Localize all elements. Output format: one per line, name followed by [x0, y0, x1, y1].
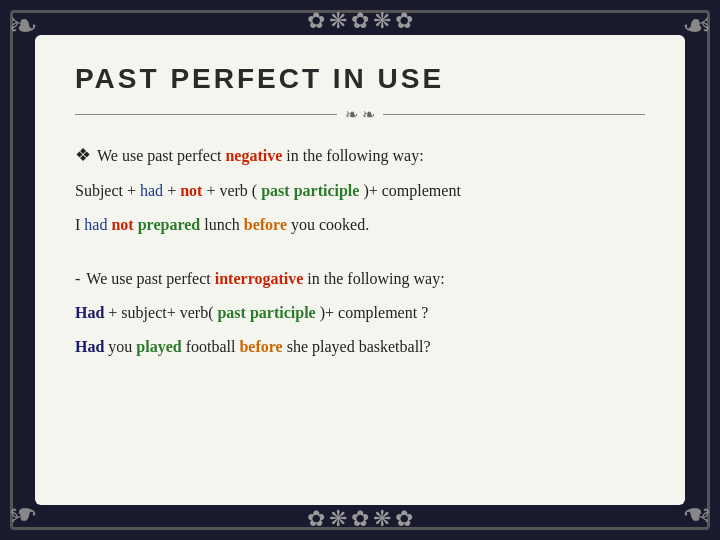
interrogative-intro-line: - We use past perfect interrogative in t… [75, 267, 645, 291]
corner-ornament-bl: ❧ [8, 496, 38, 532]
interrogative-example-line: Had you played football before she playe… [75, 335, 645, 359]
divider-line-right [383, 114, 645, 115]
neg-formula-plus1: + [167, 179, 176, 203]
content-area: ❖ We use past perfect negative in the fo… [75, 142, 645, 477]
ornament-bottom: ✿❋✿❋✿ [307, 506, 413, 532]
int-formula-participle: past participle [217, 301, 315, 325]
int-formula-had: Had [75, 301, 104, 325]
neg-ex-had: had [84, 213, 107, 237]
int-ex-rest: she played basketball? [287, 335, 431, 359]
int-formula-subject: + subject+ verb( [108, 301, 213, 325]
neg-formula-not: not [180, 179, 202, 203]
int-formula-comp: )+ complement ? [320, 301, 429, 325]
neg-ex-lunch: lunch [204, 213, 240, 237]
neg-ex-prepared: prepared [138, 213, 201, 237]
neg-formula-verb: + verb ( [206, 179, 257, 203]
int-keyword: interrogative [215, 267, 304, 291]
neg-text1: We use past perfect [97, 144, 221, 168]
int-ex-before: before [239, 335, 282, 359]
negative-intro-line: ❖ We use past perfect negative in the fo… [75, 142, 645, 169]
page-title: PAST PERFECT IN USE [75, 63, 645, 95]
corner-ornament-br: ❧ [682, 496, 712, 532]
neg-formula-participle: past participle [261, 179, 359, 203]
negative-formula-line: Subject + had + not + verb ( past partic… [75, 179, 645, 203]
divider-line-left [75, 114, 337, 115]
negative-example-line: I had not prepared lunch before you cook… [75, 213, 645, 237]
int-text2: in the following way: [307, 267, 444, 291]
int-ex-you: you [108, 335, 132, 359]
interrogative-formula-line: Had + subject+ verb( past participle )+ … [75, 301, 645, 325]
content-card: PAST PERFECT IN USE ❧ ❧ ❖ We use past pe… [35, 35, 685, 505]
neg-keyword: negative [225, 144, 282, 168]
ornament-top: ✿❋✿❋✿ [307, 8, 413, 34]
dash-interrogative: - [75, 267, 80, 291]
neg-ex-not: not [111, 213, 133, 237]
int-ex-played: played [136, 335, 181, 359]
title-divider: ❧ ❧ [75, 105, 645, 124]
corner-ornament-tr: ❧ [682, 8, 712, 44]
neg-formula-had: had [140, 179, 163, 203]
neg-formula-comp: )+ complement [363, 179, 460, 203]
neg-ex-rest: you cooked. [291, 213, 369, 237]
neg-formula-subject: Subject + [75, 179, 136, 203]
divider-ornament: ❧ ❧ [345, 105, 375, 124]
int-text1: We use past perfect [86, 267, 210, 291]
neg-text2: in the following way: [286, 144, 423, 168]
neg-ex-before: before [244, 213, 287, 237]
outer-border: ❧ ❧ ❧ ❧ ✿❋✿❋✿ ✿❋✿❋✿ PAST PERFECT IN USE … [10, 10, 710, 530]
corner-ornament-tl: ❧ [8, 8, 38, 44]
int-ex-had: Had [75, 335, 104, 359]
bullet-negative: ❖ [75, 142, 91, 169]
int-ex-football: football [186, 335, 236, 359]
neg-ex-i: I [75, 213, 80, 237]
